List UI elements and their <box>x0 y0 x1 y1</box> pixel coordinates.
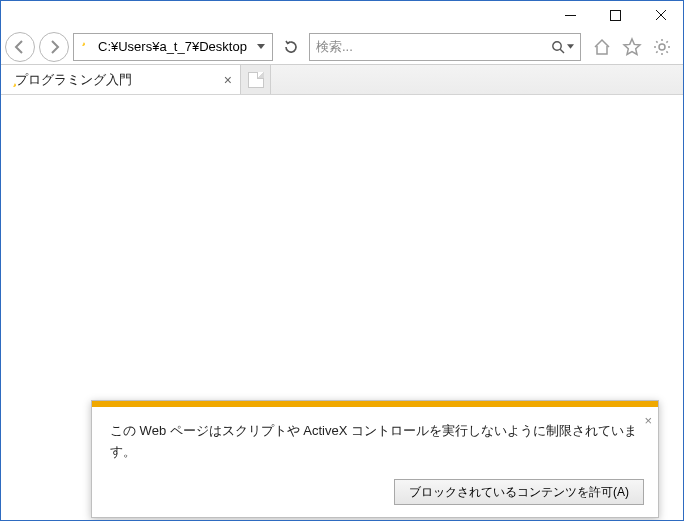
refresh-button[interactable] <box>277 33 305 61</box>
svg-point-5 <box>553 41 561 49</box>
search-box[interactable]: 検索... <box>309 33 581 61</box>
new-tab-button[interactable] <box>241 65 271 94</box>
allow-button-label: ブロックされているコンテンツを許可(A) <box>409 484 629 501</box>
maximize-button[interactable] <box>593 1 638 29</box>
svg-marker-4 <box>257 44 265 49</box>
tab-active[interactable]: プログラミング入門 × <box>1 65 241 94</box>
forward-button[interactable] <box>39 32 69 62</box>
activex-notification: × この Web ページはスクリプトや ActiveX コントロールを実行しない… <box>91 400 659 518</box>
search-icon[interactable] <box>551 40 574 54</box>
tool-icons <box>585 36 679 58</box>
search-placeholder: 検索... <box>316 38 551 56</box>
navigation-toolbar: C:¥Users¥a_t_7¥Desktop 検索... <box>1 29 683 65</box>
page-content: × この Web ページはスクリプトや ActiveX コントロールを実行しない… <box>1 95 683 521</box>
svg-rect-1 <box>611 10 621 20</box>
address-text: C:¥Users¥a_t_7¥Desktop <box>98 39 254 54</box>
tabs-empty-area <box>271 65 683 94</box>
back-button[interactable] <box>5 32 35 62</box>
notification-close-icon[interactable]: × <box>644 411 652 432</box>
minimize-button[interactable] <box>548 1 593 29</box>
blank-page-icon <box>248 72 264 88</box>
address-bar[interactable]: C:¥Users¥a_t_7¥Desktop <box>73 33 273 61</box>
ie-icon <box>78 39 94 55</box>
svg-marker-8 <box>624 39 640 55</box>
tools-icon[interactable] <box>651 36 673 58</box>
tab-title: プログラミング入門 <box>15 71 218 89</box>
home-icon[interactable] <box>591 36 613 58</box>
allow-blocked-content-button[interactable]: ブロックされているコンテンツを許可(A) <box>394 479 644 505</box>
tab-close-icon[interactable]: × <box>224 72 232 88</box>
notification-body: × この Web ページはスクリプトや ActiveX コントロールを実行しない… <box>92 407 658 473</box>
window-titlebar <box>1 1 683 29</box>
svg-line-6 <box>560 49 564 53</box>
notification-actions: ブロックされているコンテンツを許可(A) <box>92 473 658 517</box>
favorites-icon[interactable] <box>621 36 643 58</box>
notification-message: この Web ページはスクリプトや ActiveX コントロールを実行しないよう… <box>110 423 637 459</box>
address-dropdown-icon[interactable] <box>254 44 268 49</box>
svg-marker-7 <box>567 44 574 48</box>
svg-point-9 <box>659 44 665 50</box>
tabs-bar: プログラミング入門 × <box>1 65 683 95</box>
close-window-button[interactable] <box>638 1 683 29</box>
